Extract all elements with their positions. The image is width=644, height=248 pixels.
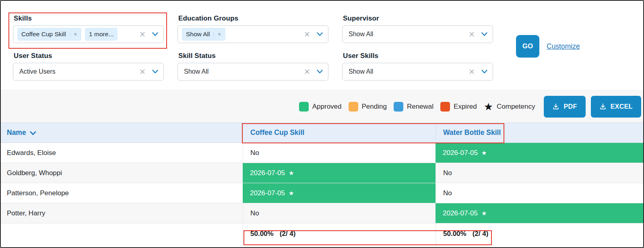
table-footer-row: 50.00% (2/ 4) 50.00% (2/ 4) [1,223,643,244]
chevron-down-icon[interactable] [152,32,158,36]
legend-item-competency: ★ Competency [484,102,535,111]
competency-star-icon: ★ [481,210,487,216]
table-row: Edwards, Eloise No 2026-07-05 ★ [1,143,643,163]
coffee-skill-cell-approved: 2026-07-05 ★ [243,163,436,183]
legend-item-expired: Expired [440,102,477,112]
skill-status-value: Show All [182,68,208,75]
renewal-swatch-icon [394,102,403,112]
chevron-down-icon[interactable] [481,32,487,36]
coffee-cup-skill-column-header: Coffee Cup Skill [243,123,436,143]
skills-table: Name Coffee Cup Skill Water Bottle Skill… [1,122,643,244]
competency-star-icon: ★ [481,150,487,156]
customize-link[interactable]: Customize [547,42,580,51]
user-status-label: User Status [14,52,164,60]
table-row: Patterson, Penelope 2026-07-05 ★ No [1,183,643,203]
water-skill-cell: No [436,183,643,203]
water-skill-cell: No [436,163,643,183]
chip-show-all[interactable]: Show All ✕ [182,28,225,41]
status-legend: Approved Pending Renewal Expired ★ Compe… [299,102,535,112]
chip-remove-icon[interactable]: ✕ [213,32,221,37]
clear-icon[interactable] [140,31,145,37]
name-cell: Patterson, Penelope [1,183,243,203]
skill-status-select[interactable]: Show All [178,63,328,81]
skills-chips: Coffee Cup Skill ✕ 1 more... [17,28,140,41]
clear-icon[interactable] [469,69,475,74]
user-skills-select[interactable]: Show All [342,63,493,81]
legend-label: Renewal [407,103,433,111]
water-skill-cell-approved: 2026-07-05 ★ [436,203,643,223]
chip-coffee-cup-skill[interactable]: Coffee Cup Skill ✕ [17,28,81,41]
user-status-select[interactable]: Active Users [13,63,164,81]
approved-swatch-icon [299,102,309,112]
filter-group-skill-status: Skill Status Show All [178,52,328,81]
water-total-fraction: (2/ 4) [473,230,489,238]
name-header-label: Name [7,128,26,137]
table-header-row: Name Coffee Cup Skill Water Bottle Skill [1,122,643,143]
chip-label: 1 more... [89,31,114,38]
table-row: Potter, Harry No 2026-07-05 ★ [1,203,643,223]
download-icon [552,103,559,110]
pending-swatch-icon [349,102,358,112]
chip-1-more[interactable]: 1 more... [85,28,118,41]
name-cell: Goldberg, Whoppi [1,163,243,183]
skill-date: 2026-07-05 [443,209,478,217]
legend-label: Expired [454,103,477,111]
skill-date: 2026-07-05 [250,189,285,197]
filter-grid: Skills Coffee Cup Skill ✕ 1 more... [13,14,493,81]
excel-export-button[interactable]: EXCEL [591,96,641,118]
user-skills-value: Show All [347,68,373,75]
chip-remove-icon[interactable]: ✕ [70,32,77,37]
go-button[interactable]: GO [516,35,539,58]
competency-star-icon: ★ [484,102,493,111]
supervisor-label: Supervisor [343,14,493,23]
education-groups-select[interactable]: Show All ✕ [178,25,328,43]
chip-label: Coffee Cup Skill [21,31,66,38]
supervisor-select[interactable]: Show All [342,25,493,43]
legend-item-renewal: Renewal [394,102,433,112]
water-header-label: Water Bottle Skill [443,128,501,137]
skill-status-label: Skill Status [178,52,328,60]
filter-group-user-skills: User Skills Show All [342,52,493,81]
coffee-total-cell: 50.00% (2/ 4) [243,223,436,244]
water-skill-cell-approved: 2026-07-05 ★ [436,143,643,163]
clear-icon[interactable] [469,31,475,37]
legend-label: Pending [362,103,387,111]
download-icon [599,103,607,110]
filter-group-education-groups: Education Groups Show All ✕ [178,14,328,43]
name-cell: Potter, Harry [1,203,243,223]
competency-star-icon: ★ [289,190,294,196]
filter-panel: Skills Coffee Cup Skill ✕ 1 more... [1,1,643,91]
expired-swatch-icon [440,102,450,112]
user-status-value: Active Users [17,68,56,75]
chevron-down-icon[interactable] [481,70,487,74]
coffee-skill-cell: No [243,203,436,223]
legend-item-approved: Approved [299,102,342,112]
education-groups-chips: Show All ✕ [182,28,304,41]
skill-date: 2026-07-05 [250,169,285,177]
name-sort-control[interactable]: Name [7,128,36,137]
pdf-export-button[interactable]: PDF [544,96,585,118]
legend-label: Competency [497,103,535,111]
skills-report-page: Skills Coffee Cup Skill ✕ 1 more... [0,0,644,248]
clear-icon[interactable] [304,31,310,37]
coffee-total-fraction: (2/ 4) [280,230,296,238]
chevron-down-icon[interactable] [152,70,158,74]
coffee-header-label: Coffee Cup Skill [250,128,304,137]
coffee-total-percent: 50.00% [250,230,274,238]
chevron-down-icon[interactable] [317,70,323,74]
chip-label: Show All [186,31,210,38]
legend-export-band: Approved Pending Renewal Expired ★ Compe… [1,91,643,122]
sort-chevron-down-icon [30,131,36,135]
coffee-skill-cell-approved: 2026-07-05 ★ [243,183,436,203]
chevron-down-icon[interactable] [317,32,323,36]
user-skills-label: User Skills [343,52,493,60]
skill-date: 2026-07-05 [443,149,478,157]
clear-icon[interactable] [140,69,145,74]
coffee-skill-cell: No [243,143,436,163]
table-row: Goldberg, Whoppi 2026-07-05 ★ No [1,163,643,183]
clear-icon[interactable] [304,69,310,74]
skills-select[interactable]: Coffee Cup Skill ✕ 1 more... [13,25,164,43]
filter-group-user-status: User Status Active Users [13,52,164,81]
supervisor-value: Show All [347,31,373,38]
water-total-percent: 50.00% [443,230,466,238]
